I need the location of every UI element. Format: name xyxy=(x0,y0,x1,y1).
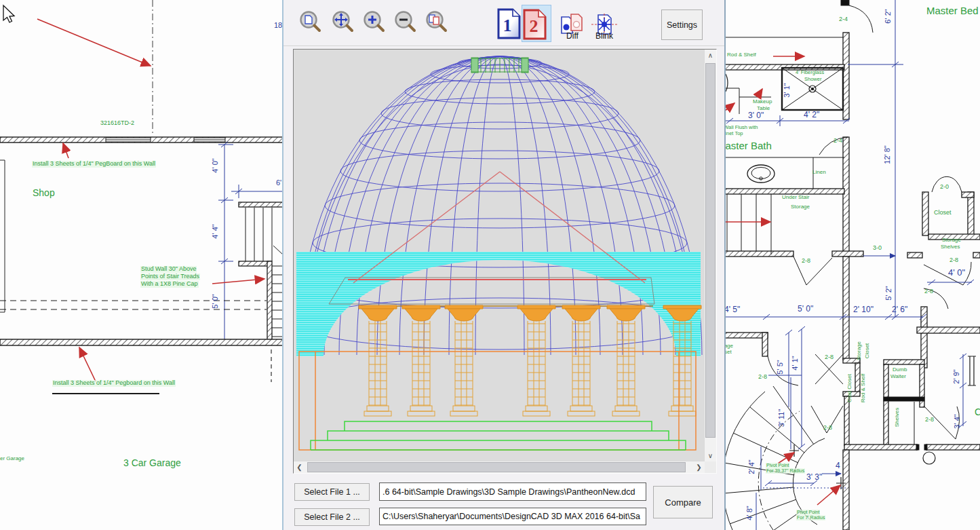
stud-wall-note-1: Stud Wall 30" Above xyxy=(140,266,197,273)
ref-code-label: 321616TD-2 xyxy=(100,120,134,127)
file-compare-dialog: 1 2 Diff xyxy=(282,0,726,530)
linen-label: Linen xyxy=(812,170,826,176)
dim-4-0: 4' 0" xyxy=(211,158,219,172)
scroll-down-arrow[interactable]: ∨ xyxy=(705,450,716,461)
designcad-workspace: 321616TD-2 Install 3 Sheets of 1/4" PegB… xyxy=(0,0,980,530)
zoom-in-icon xyxy=(361,10,386,37)
pivot1-line1: Pivot Point xyxy=(766,463,789,468)
settings-button[interactable]: Settings xyxy=(661,10,703,40)
file2-button[interactable]: 2 xyxy=(522,5,551,41)
dim-4-2: 4' 2" xyxy=(804,110,819,119)
dumb-waiter-1: Dumb xyxy=(893,367,907,373)
storage-shelves-2: Shelves xyxy=(941,244,960,250)
pegboard-note-top: Install 3 Sheets of 1/4" PegBoard on thi… xyxy=(32,161,156,168)
zoom-pan-button[interactable] xyxy=(330,9,356,37)
dim-4-5: 4' 5" xyxy=(724,305,740,314)
room-label-shop: Shop xyxy=(33,188,55,198)
rod-shelf-label: Rod & Shelf xyxy=(727,52,756,58)
zoom-pan-icon xyxy=(330,10,355,37)
diff-button[interactable]: Diff xyxy=(559,7,586,42)
vertical-scroll-thumb[interactable] xyxy=(705,63,716,438)
pantheon-wireframe-drawing xyxy=(294,50,705,461)
c-partial-label: C xyxy=(975,407,980,417)
dim-12-8: 12' 8" xyxy=(883,145,891,164)
dim-18: 18 xyxy=(274,21,282,29)
pivot2-line1: Pivot Point xyxy=(796,510,820,515)
preview-horizontal-scrollbar[interactable]: ❮ ❯ xyxy=(294,461,705,473)
blink-button[interactable]: Blink xyxy=(590,7,619,42)
scroll-up-arrow[interactable]: ∧ xyxy=(705,50,716,61)
fiberglass-shower-2: Shower xyxy=(804,77,821,82)
select-file-2-button[interactable]: Select File 2 ... xyxy=(294,508,370,526)
code-2-8-lower: 2-8 xyxy=(924,288,933,295)
horizontal-scroll-thumb[interactable] xyxy=(307,462,686,472)
dim-6ft: 6' xyxy=(276,178,281,187)
makeup-table-1: Makeup xyxy=(753,99,772,105)
code-2-8-closet: 2-8 xyxy=(949,257,958,264)
zoom-fit-button[interactable] xyxy=(298,9,324,37)
dim-3-11: 3' 11" xyxy=(777,409,785,428)
shelves-v: Shelves xyxy=(894,408,900,427)
dim-4-1: 4' 1" xyxy=(791,356,799,370)
dim-2-6: 2' 6" xyxy=(892,305,907,314)
fiberglass-shower-1: 4' Fiberglass xyxy=(796,70,824,75)
dim-3-0: 3' 0" xyxy=(748,111,764,120)
dim-5-0-hall: 5' 0" xyxy=(798,304,813,314)
under-stair-label: Under Stair xyxy=(782,195,809,201)
storage-closet-v1: Storage xyxy=(856,341,862,360)
file1-document-icon: 1 xyxy=(496,7,522,40)
dim-2-9: 2' 9" xyxy=(952,369,960,383)
pivot2-line2: For 7' Radius xyxy=(796,515,825,520)
room-label-lower-garage: er Garage xyxy=(0,456,24,462)
code-3-0: 3-0 xyxy=(873,245,882,252)
closet-label: Closet xyxy=(934,210,952,216)
dim-5-2: 5' 2" xyxy=(884,286,893,300)
select-file-1-button[interactable]: Select File 1 ... xyxy=(294,483,370,501)
file-1-path-input[interactable] xyxy=(379,482,646,501)
rod-shelf-v: Rod & Shelf xyxy=(860,374,866,403)
scroll-left-arrow[interactable]: ❮ xyxy=(294,461,305,473)
room-label-master-bed: Master Bed xyxy=(926,5,979,17)
storage-closet-v2: Closet xyxy=(864,343,870,359)
blink-label: Blink xyxy=(590,31,619,41)
dim-3-1: 3' 1" xyxy=(783,83,791,97)
zoom-out-icon xyxy=(393,10,417,37)
toolbar-separator xyxy=(283,45,724,46)
dumb-waiter-2: Waiter xyxy=(890,374,906,380)
under-stair-storage-label: Storage xyxy=(791,204,810,210)
storage-shelves-1: Storage xyxy=(942,238,961,244)
drawing-preview-viewport xyxy=(294,50,705,461)
dim-2-4v: 2' 4" xyxy=(747,459,756,474)
file2-digit: 2 xyxy=(530,16,538,36)
stud-wall-note-3: With a 1X8 Pine Cap xyxy=(140,281,199,288)
dim-6-2: 6' 2" xyxy=(884,9,892,23)
dim-2-10: 2' 10" xyxy=(853,305,874,314)
file1-button[interactable]: 1 xyxy=(496,7,522,41)
dim-5-0: 5' 0" xyxy=(211,294,219,308)
preview-vertical-scrollbar[interactable]: ∧ ∨ xyxy=(704,50,716,461)
code-2-4-a: 2-4 xyxy=(839,16,848,23)
pegboard-note-bottom: Install 3 Sheets of 1/4" Pegboard on thi… xyxy=(52,380,176,387)
dim-4-4: 4' 4" xyxy=(211,224,219,238)
drawing-preview-panel: ∧ ∨ ❮ ❯ xyxy=(293,49,717,474)
zoom-two-documents-icon xyxy=(424,10,448,37)
code-2-8-x: 2-8 xyxy=(825,354,834,361)
zoom-out-button[interactable] xyxy=(393,9,418,37)
scroll-right-arrow[interactable]: ❯ xyxy=(693,461,705,473)
code-2-8-left: 2-8 xyxy=(758,374,767,381)
room-label-garage: 3 Car Garage xyxy=(123,458,181,468)
code-2-4-b: 2-4 xyxy=(834,138,842,145)
code-2-0: 2-0 xyxy=(940,184,949,191)
dim-4: 4 xyxy=(836,461,840,470)
compare-button[interactable]: Compare xyxy=(653,486,713,518)
file-2-path-input[interactable] xyxy=(379,508,646,525)
file1-digit: 1 xyxy=(503,16,512,35)
code-2-8-dumb: 2-8 xyxy=(925,417,934,423)
dim-4-8: 4' 8" xyxy=(745,506,753,520)
zoom-document-icon xyxy=(298,10,322,37)
pivot1-line2: For 39.37" Radius xyxy=(766,468,805,474)
code-2-8-coat: 2-8 xyxy=(823,425,832,432)
zoom-compare-button[interactable] xyxy=(424,9,450,37)
zoom-in-button[interactable] xyxy=(361,9,387,37)
mouse-cursor xyxy=(1,4,18,24)
